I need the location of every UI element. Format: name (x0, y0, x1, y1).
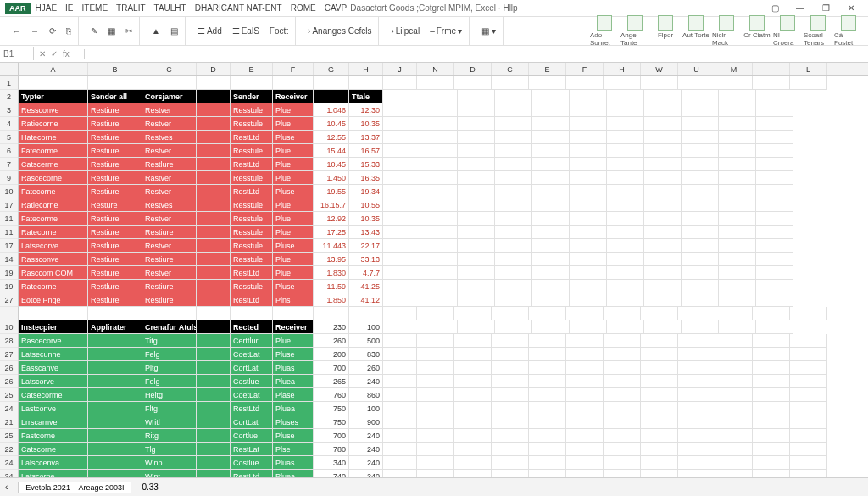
col-header-C[interactable]: C (142, 63, 197, 75)
cell[interactable] (715, 388, 753, 402)
col-header-A[interactable]: A (19, 63, 88, 75)
row-header[interactable]: 24 (0, 456, 19, 470)
cell[interactable]: Pluse (273, 348, 314, 361)
cell[interactable]: 200 (314, 348, 349, 361)
cell[interactable]: Ratiecorne (19, 117, 88, 131)
cell[interactable] (532, 239, 570, 253)
cell[interactable]: Plue (273, 212, 314, 226)
cell[interactable]: 13.95 (314, 253, 349, 266)
cell[interactable] (566, 375, 604, 388)
cell[interactable] (529, 456, 566, 470)
row-header[interactable]: 17 (0, 239, 19, 253)
nav-back-button[interactable]: ← (8, 25, 24, 37)
cell[interactable] (458, 320, 495, 334)
cell[interactable] (644, 266, 682, 280)
cell[interactable] (607, 185, 644, 198)
cell[interactable] (420, 212, 458, 226)
cell[interactable]: 340 (314, 456, 349, 470)
cell[interactable] (715, 375, 753, 388)
cell[interactable] (641, 334, 678, 348)
row-header[interactable]: 7 (0, 158, 19, 171)
row-header[interactable]: 3 (0, 103, 19, 117)
close-button[interactable]: ✕ (839, 2, 863, 15)
cell[interactable] (492, 429, 529, 443)
cell[interactable]: Plue (273, 171, 314, 185)
row-header[interactable]: 26 (0, 361, 19, 375)
cell[interactable]: Restiure (88, 131, 142, 144)
cell[interactable]: 500 (349, 334, 383, 348)
cell[interactable] (88, 388, 142, 402)
cell[interactable]: Lalsccenva (19, 456, 88, 470)
cell[interactable] (458, 171, 495, 185)
cell[interactable] (88, 76, 142, 90)
cell[interactable]: 10.55 (349, 198, 383, 212)
cell[interactable] (142, 76, 197, 90)
cell[interactable] (197, 239, 231, 253)
cell[interactable] (719, 158, 756, 171)
cell[interactable]: Plue (273, 117, 314, 131)
row-header[interactable]: 10 (0, 185, 19, 198)
sheet-icon[interactable]: ▦ ▾ (478, 25, 499, 37)
row-header[interactable]: 6 (0, 144, 19, 158)
cell[interactable] (458, 117, 495, 131)
foctt-button[interactable]: Foctt (266, 25, 292, 37)
cell[interactable] (532, 117, 570, 131)
cell[interactable] (532, 171, 570, 185)
cell[interactable] (383, 103, 420, 117)
cell[interactable]: RestLtd (231, 266, 273, 280)
cell[interactable] (197, 320, 231, 334)
cell[interactable] (682, 212, 719, 226)
cell[interactable] (383, 131, 420, 144)
cell[interactable] (790, 470, 827, 477)
cell[interactable]: Felg (142, 348, 197, 361)
cell[interactable] (715, 443, 753, 456)
cell[interactable]: Latscorne (19, 470, 88, 477)
cell[interactable] (753, 388, 790, 402)
cell[interactable] (570, 266, 607, 280)
sheet-nav-prev[interactable]: ‹ (5, 482, 8, 492)
cell[interactable] (420, 239, 458, 253)
cell[interactable] (383, 443, 417, 456)
cell[interactable]: CortLat (231, 361, 273, 375)
cell[interactable] (417, 307, 454, 320)
fx-cancel-icon[interactable]: ✕ (39, 49, 46, 59)
cell[interactable]: Resstule (231, 171, 273, 185)
cell[interactable] (492, 375, 529, 388)
cell[interactable]: Resstule (231, 117, 273, 131)
cell[interactable] (492, 307, 529, 320)
col-header-D[interactable]: D (197, 63, 231, 75)
col-header-I[interactable]: I (753, 63, 790, 75)
cell[interactable]: Restves (142, 131, 197, 144)
cell[interactable] (719, 320, 756, 334)
cell[interactable] (607, 158, 644, 171)
cell[interactable] (570, 144, 607, 158)
cell[interactable] (570, 117, 607, 131)
cell[interactable] (383, 90, 420, 103)
col-header-E[interactable]: E (529, 63, 566, 75)
cell[interactable]: Receiver (273, 320, 314, 334)
cell[interactable]: Restiure (88, 144, 142, 158)
cell[interactable]: Pluea (273, 375, 314, 388)
cell[interactable] (417, 361, 454, 375)
cell[interactable] (604, 402, 641, 415)
cell[interactable] (570, 212, 607, 226)
cell[interactable] (495, 253, 532, 266)
cell[interactable]: Restver (142, 117, 197, 131)
cell[interactable] (495, 280, 532, 293)
col-header-N[interactable]: N (417, 63, 454, 75)
cell[interactable] (566, 361, 604, 375)
cell[interactable] (753, 307, 790, 320)
cell[interactable] (532, 212, 570, 226)
cell[interactable] (604, 470, 641, 477)
cell[interactable] (314, 307, 349, 320)
cell[interactable] (529, 470, 566, 477)
tool-icon[interactable]: ✂ (122, 25, 136, 37)
cell[interactable] (641, 375, 678, 388)
row-header[interactable]: 24 (0, 470, 19, 477)
col-header-M[interactable]: M (715, 63, 753, 75)
cell[interactable]: Easscanve (19, 361, 88, 375)
cell[interactable]: 240 (349, 429, 383, 443)
cell[interactable]: 41.25 (349, 280, 383, 293)
cell[interactable] (641, 415, 678, 429)
ribbon-aut-torte[interactable]: Aut Torte (682, 15, 710, 47)
